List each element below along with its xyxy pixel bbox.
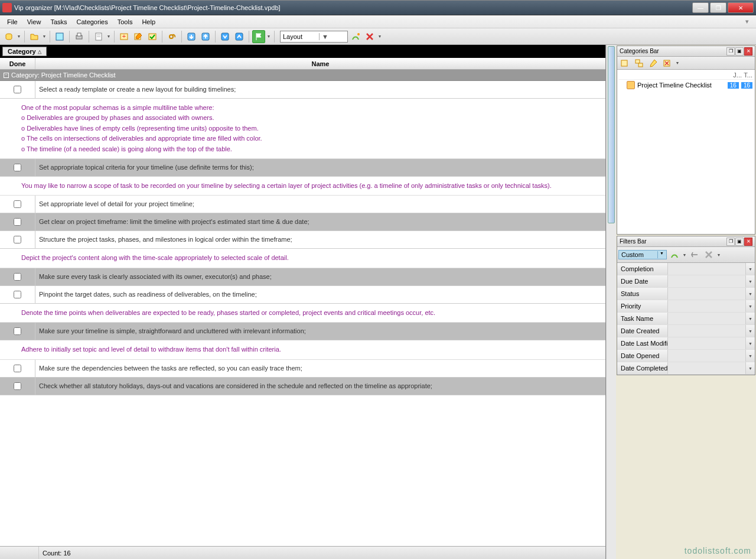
- close-panel-icon[interactable]: ✕: [744, 47, 752, 56]
- task-row[interactable]: Select a ready template or create a new …: [0, 81, 605, 99]
- delete-filter-icon[interactable]: [702, 248, 715, 261]
- dropdown-icon[interactable]: ▼: [266, 34, 271, 38]
- filter-value[interactable]: [668, 313, 745, 324]
- grid-body[interactable]: −Category: Project Timeline ChecklistSel…: [0, 70, 605, 546]
- move-down-icon[interactable]: [185, 30, 198, 43]
- delete-category-icon[interactable]: [661, 57, 674, 70]
- done-checkbox[interactable]: [14, 291, 21, 298]
- task-row[interactable]: Set appropriate topical criteria for you…: [0, 159, 605, 177]
- new-task-icon[interactable]: +: [118, 30, 131, 43]
- done-checkbox[interactable]: [14, 382, 21, 390]
- layout-delete-icon[interactable]: [363, 30, 376, 43]
- filter-value[interactable]: [668, 350, 745, 362]
- menu-tasks[interactable]: Tasks: [45, 17, 71, 27]
- dropdown-icon[interactable]: ▼: [106, 34, 111, 38]
- dropdown-icon[interactable]: ▼: [675, 61, 680, 65]
- dropdown-icon[interactable]: ▼: [745, 350, 755, 362]
- categories-tree[interactable]: J... T... Project Timeline Checklist 16 …: [617, 70, 755, 234]
- dropdown-icon[interactable]: ▼: [745, 263, 755, 275]
- filter-preset-select[interactable]: Custom ▼: [618, 250, 667, 259]
- edit-category-icon[interactable]: [647, 57, 660, 70]
- dropdown-icon[interactable]: ▼: [745, 275, 755, 287]
- vertical-scrollbar[interactable]: [606, 45, 616, 559]
- restore-icon[interactable]: ❐: [726, 47, 735, 56]
- collapse-icon[interactable]: −: [4, 73, 9, 78]
- filter-row[interactable]: Date Last Modifie▼: [617, 337, 755, 350]
- minimize-button[interactable]: —: [692, 2, 709, 13]
- dropdown-icon[interactable]: ▼: [745, 325, 755, 337]
- menu-help[interactable]: Help: [137, 17, 160, 27]
- restore-icon[interactable]: ❐: [726, 238, 735, 246]
- dropdown-icon[interactable]: ▼: [745, 337, 755, 349]
- flag-icon[interactable]: [252, 30, 265, 43]
- dropdown-icon[interactable]: ▼: [745, 288, 755, 300]
- menu-overflow-icon[interactable]: ▾: [741, 17, 754, 27]
- pin-icon[interactable]: ▣: [735, 47, 744, 56]
- done-checkbox[interactable]: [14, 365, 21, 372]
- dropdown-icon[interactable]: ▼: [377, 34, 382, 38]
- menu-tools[interactable]: Tools: [113, 17, 138, 27]
- filter-value[interactable]: [668, 288, 745, 300]
- task-row[interactable]: Pinpoint the target dates, such as readi…: [0, 286, 605, 304]
- dropdown-icon[interactable]: ▼: [682, 253, 687, 257]
- link-icon[interactable]: [165, 30, 178, 43]
- pin-icon[interactable]: ▣: [735, 238, 744, 246]
- task-row[interactable]: Set appropriate level of detail for your…: [0, 196, 605, 213]
- column-name[interactable]: Name: [35, 58, 605, 69]
- clear-filter-icon[interactable]: [688, 248, 701, 261]
- priority-up-icon[interactable]: [233, 30, 246, 43]
- filter-row[interactable]: Task Name▼: [617, 313, 755, 325]
- filter-row[interactable]: Date Completed▼: [617, 362, 755, 375]
- maximize-button[interactable]: ❐: [710, 2, 726, 13]
- new-category-icon[interactable]: [618, 57, 631, 70]
- column-done[interactable]: Done: [0, 58, 35, 69]
- new-db-icon[interactable]: [2, 30, 15, 43]
- move-up-icon[interactable]: [199, 30, 212, 43]
- task-row[interactable]: Check whether all statutory holidays, da…: [0, 378, 605, 395]
- done-checkbox[interactable]: [14, 236, 21, 243]
- edit-task-icon[interactable]: [132, 30, 145, 43]
- done-checkbox[interactable]: [14, 273, 21, 281]
- group-by-column[interactable]: Category △: [2, 47, 47, 56]
- filter-row[interactable]: Date Opened▼: [617, 350, 755, 362]
- new-subcategory-icon[interactable]: [633, 57, 646, 70]
- task-row[interactable]: Make sure the dependencies between the t…: [0, 360, 605, 378]
- filter-row[interactable]: Priority▼: [617, 300, 755, 313]
- dropdown-icon[interactable]: ▼: [716, 253, 721, 257]
- task-row[interactable]: Get clear on project timeframe: limit th…: [0, 213, 605, 231]
- filter-row[interactable]: Due Date▼: [617, 275, 755, 288]
- done-checkbox[interactable]: [14, 200, 21, 208]
- dropdown-icon[interactable]: ▼: [745, 313, 755, 324]
- filter-value[interactable]: [668, 325, 745, 337]
- complete-task-icon[interactable]: [146, 30, 159, 43]
- group-row[interactable]: −Category: Project Timeline Checklist: [0, 70, 605, 81]
- task-row[interactable]: Make sure every task is clearly associat…: [0, 268, 605, 286]
- filter-value[interactable]: [668, 275, 745, 287]
- filter-value[interactable]: [668, 337, 745, 349]
- dropdown-icon[interactable]: ▼: [745, 300, 755, 312]
- dropdown-icon[interactable]: ▼: [745, 362, 755, 374]
- layout-save-icon[interactable]: [349, 30, 362, 43]
- close-panel-icon[interactable]: ✕: [744, 238, 752, 246]
- filter-row[interactable]: Completion▼: [617, 263, 755, 275]
- filter-row[interactable]: Status▼: [617, 288, 755, 300]
- task-row[interactable]: Make sure your timeline is simple, strai…: [0, 323, 605, 340]
- dropdown-icon[interactable]: ▼: [42, 34, 47, 38]
- open-icon[interactable]: [28, 30, 41, 43]
- layout-selector[interactable]: Layout ▼: [280, 31, 348, 43]
- save-icon[interactable]: [53, 30, 66, 43]
- done-checkbox[interactable]: [14, 164, 21, 171]
- dropdown-icon[interactable]: ▼: [17, 34, 21, 38]
- print-icon[interactable]: [73, 30, 86, 43]
- done-checkbox[interactable]: [14, 327, 21, 335]
- filter-value[interactable]: [668, 300, 745, 312]
- task-row[interactable]: Structure the project tasks, phases, and…: [0, 231, 605, 249]
- filter-value[interactable]: [668, 362, 745, 374]
- done-checkbox[interactable]: [14, 86, 21, 93]
- category-item[interactable]: Project Timeline Checklist 16 16: [618, 80, 754, 90]
- close-button[interactable]: ✕: [728, 2, 754, 13]
- menu-file[interactable]: File: [2, 17, 22, 27]
- preview-icon[interactable]: [92, 30, 105, 43]
- priority-down-icon[interactable]: [219, 30, 232, 43]
- filter-value[interactable]: [668, 263, 745, 275]
